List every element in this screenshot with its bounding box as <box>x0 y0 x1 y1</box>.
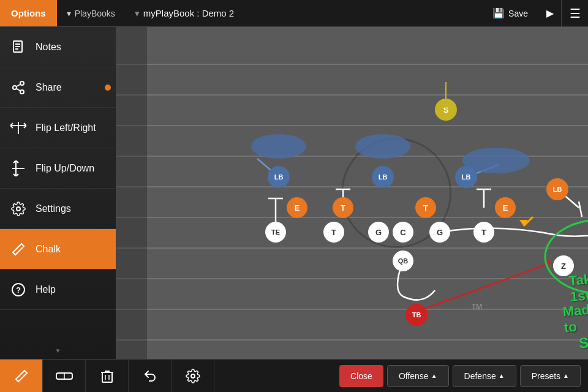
share-icon <box>10 79 27 96</box>
player-E2: E <box>495 197 516 218</box>
player-T2: T <box>415 197 436 218</box>
playbooks-dropdown[interactable]: ▾ PlayBooks <box>57 9 125 18</box>
help-icon: ? <box>10 281 27 298</box>
svg-marker-33 <box>545 259 551 267</box>
player-lb2: LB <box>268 166 290 188</box>
svg-rect-3 <box>15 48 18 50</box>
safety-line <box>445 82 447 108</box>
sidebar-collapse-arrow[interactable]: ▼ <box>55 347 61 354</box>
defensive-oval-2 <box>355 134 410 159</box>
svg-line-7 <box>17 84 21 86</box>
flip-ud-label: Flip Up/Down <box>36 163 94 174</box>
svg-line-8 <box>17 88 21 91</box>
end-zone-left <box>116 27 147 359</box>
defensive-oval-1 <box>251 134 306 159</box>
svg-marker-31 <box>519 220 528 226</box>
svg-rect-2 <box>15 46 20 47</box>
notes-icon <box>10 39 27 56</box>
field-stripe <box>116 309 588 310</box>
sidebar-item-chalk[interactable]: Chalk <box>0 229 116 270</box>
field-stripe <box>116 278 588 279</box>
menu-button[interactable]: ☰ <box>561 0 588 27</box>
sidebar-item-flip-ud[interactable]: Flip Up/Down <box>0 148 116 189</box>
sidebar-item-settings[interactable]: Settings <box>0 189 116 229</box>
defense-button[interactable]: Defense ▲ <box>453 365 516 387</box>
options-button[interactable]: Options <box>0 0 57 26</box>
trash-button[interactable] <box>86 360 129 393</box>
chevron-down-icon: ▾ <box>67 9 71 18</box>
share-badge <box>105 85 111 91</box>
chalk-icon <box>10 241 27 258</box>
offense-button[interactable]: Offense ▲ <box>387 365 449 387</box>
svg-rect-37 <box>102 372 112 382</box>
flip-ud-icon <box>10 160 27 177</box>
svg-line-28 <box>579 202 582 217</box>
svg-line-16 <box>13 252 15 255</box>
save-icon: 💾 <box>492 7 505 19</box>
help-label: Help <box>36 284 56 295</box>
player-E1: E <box>287 197 307 218</box>
player-TB: TB <box>405 304 428 326</box>
settings-icon <box>10 200 27 217</box>
svg-line-30 <box>524 217 533 226</box>
svg-point-6 <box>20 90 24 94</box>
chalk-annotation-1: Take 1st <box>568 271 588 306</box>
sidebar-item-share[interactable]: Share <box>0 67 116 108</box>
settings-label: Settings <box>36 203 71 214</box>
svg-line-32 <box>417 263 551 312</box>
flip-lr-label: Flip Left/Right <box>36 123 96 134</box>
player-TE: TE <box>265 222 286 243</box>
player-T1: T <box>333 197 353 218</box>
chalk-label: Chalk <box>36 244 61 255</box>
eraser-tool-button[interactable] <box>43 360 86 393</box>
svg-text:?: ? <box>16 285 21 295</box>
svg-point-40 <box>191 374 195 378</box>
player-LB1: LB <box>546 178 568 200</box>
player-lb3: LB <box>372 166 394 188</box>
field-area[interactable]: TM <box>116 27 588 359</box>
sidebar: Notes Share <box>0 27 116 359</box>
player-lb4: LB <box>455 166 477 188</box>
player-QB: QB <box>393 251 413 271</box>
chalk-annotation-3: Show <box>578 331 588 352</box>
play-button[interactable]: ▶ <box>539 2 561 24</box>
field-stripe <box>116 247 588 249</box>
svg-point-5 <box>13 86 17 89</box>
player-T4: T <box>473 222 494 243</box>
presets-button[interactable]: Presets ▲ <box>520 365 581 387</box>
share-label: Share <box>36 82 62 93</box>
sidebar-item-notes[interactable]: Notes <box>0 27 116 67</box>
field-stripe <box>116 94 588 96</box>
close-button[interactable]: Close <box>339 365 383 387</box>
top-bar: Options ▾ PlayBooks ▾ myPlayBook : Demo … <box>0 0 588 27</box>
player-T3: T <box>323 222 344 243</box>
sidebar-item-help[interactable]: ? Help <box>0 270 116 310</box>
save-button[interactable]: 💾 Save <box>481 7 539 19</box>
main-content: Notes Share <box>0 27 588 359</box>
field-stripe <box>116 64 588 65</box>
flip-lr-icon <box>10 119 27 137</box>
player-G1: G <box>368 222 389 243</box>
draw-tool-button[interactable] <box>0 360 43 393</box>
undo-button[interactable] <box>129 360 172 393</box>
bottom-bar: Close Offense ▲ Defense ▲ Presets ▲ <box>0 359 588 392</box>
svg-point-4 <box>20 81 24 85</box>
chalk-annotation-2: Made to <box>562 301 588 336</box>
notes-label: Notes <box>36 42 61 53</box>
player-G2: G <box>429 222 450 243</box>
play-title: ▾ myPlayBook : Demo 2 <box>125 8 481 19</box>
field-stripe <box>116 125 588 126</box>
tool-settings-button[interactable] <box>172 360 214 393</box>
field-stripe <box>116 339 588 341</box>
tm-mark: TM <box>472 303 482 311</box>
svg-point-15 <box>17 207 20 211</box>
sidebar-item-flip-lr[interactable]: Flip Left/Right <box>0 108 116 148</box>
chevron-down-icon: ▾ <box>135 8 140 19</box>
svg-rect-1 <box>15 43 20 45</box>
player-C: C <box>393 222 413 243</box>
